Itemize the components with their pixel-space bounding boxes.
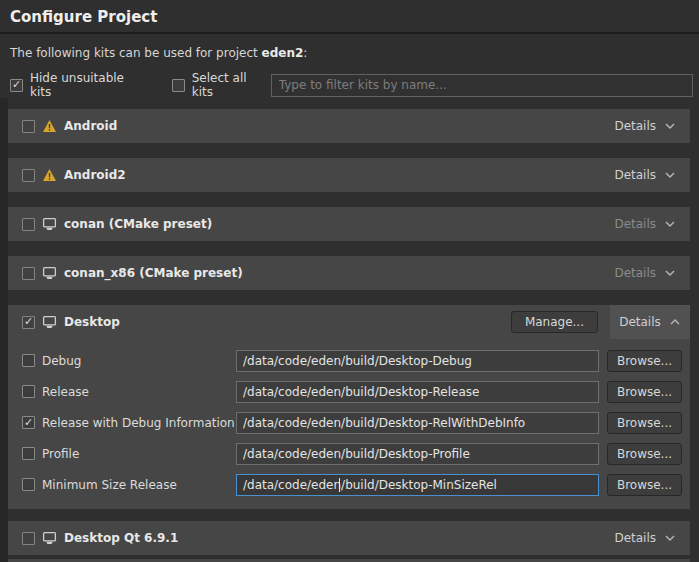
chevron-down-icon <box>664 220 676 228</box>
browse-button[interactable]: Browse... <box>607 474 682 496</box>
path-field-wrap <box>236 443 599 465</box>
chevron-down-icon <box>664 534 676 542</box>
browse-button[interactable]: Browse... <box>607 412 682 434</box>
scroll-area-gutter <box>0 98 8 562</box>
kit-name: conan_x86 (CMake preset) <box>64 266 243 280</box>
config-label: Debug <box>42 354 236 368</box>
details-toggle[interactable]: Details <box>610 305 690 339</box>
config-checkbox[interactable]: ✓ <box>22 416 35 429</box>
select-all-kits-option[interactable]: Select all kits <box>172 71 271 99</box>
build-dir-input-focused[interactable] <box>236 474 599 496</box>
kit-checkbox[interactable] <box>22 267 35 280</box>
config-checkbox[interactable] <box>22 447 35 460</box>
build-dir-input[interactable] <box>236 412 599 434</box>
kit-row-desktop: ✓ Desktop Manage... Details <box>8 305 690 339</box>
details-toggle[interactable]: Details <box>614 256 690 290</box>
details-label: Details <box>614 531 656 545</box>
details-toggle[interactable]: Details <box>614 109 690 143</box>
project-name: eden2 <box>262 46 304 60</box>
build-config-list: Debug Browse... Release Browse... ✓ Rele… <box>8 339 690 500</box>
config-checkbox[interactable] <box>22 354 35 367</box>
select-all-checkbox[interactable] <box>172 79 185 92</box>
config-checkbox[interactable] <box>22 385 35 398</box>
build-config-row-minsizerel: Minimum Size Release Browse... <box>8 469 690 500</box>
chevron-down-icon <box>664 171 676 179</box>
path-field-wrap <box>236 412 599 434</box>
filter-kits-input[interactable] <box>271 74 693 97</box>
subtitle-prefix: The following kits can be used for proje… <box>10 46 262 60</box>
browse-button[interactable]: Browse... <box>607 350 682 372</box>
check-icon: ✓ <box>12 79 21 90</box>
details-label: Details <box>614 168 656 182</box>
manage-kits-button[interactable]: Manage... <box>511 311 598 333</box>
config-label: Minimum Size Release <box>42 478 236 492</box>
config-checkbox[interactable] <box>22 478 35 491</box>
page-title: Configure Project <box>0 0 699 34</box>
kit-name: Android2 <box>64 168 126 182</box>
hide-unsuitable-label: Hide unsuitable kits <box>30 71 148 99</box>
warning-icon <box>42 119 57 133</box>
details-toggle[interactable]: Details <box>614 207 690 241</box>
hide-unsuitable-kits-option[interactable]: ✓ Hide unsuitable kits <box>10 71 148 99</box>
check-icon: ✓ <box>24 417 33 428</box>
kit-row-android: Android Details <box>8 109 690 143</box>
kits-info-text: The following kits can be used for proje… <box>10 46 689 61</box>
config-label: Profile <box>42 447 236 461</box>
text-cursor <box>339 478 340 492</box>
path-field-wrap <box>236 474 599 496</box>
kit-checkbox[interactable] <box>22 169 35 182</box>
select-all-label: Select all kits <box>192 71 271 99</box>
desktop-icon <box>42 266 57 280</box>
kit-name: Android <box>64 119 117 133</box>
kit-row-conan: conan (CMake preset) Details <box>8 207 690 241</box>
kit-checkbox[interactable] <box>22 120 35 133</box>
desktop-icon <box>42 315 57 329</box>
details-label: Details <box>614 266 656 280</box>
details-toggle[interactable]: Details <box>614 521 690 555</box>
config-label: Release with Debug Information <box>42 416 236 430</box>
kit-row-desktop-qt: Desktop Qt 6.9.1 Details <box>8 521 690 555</box>
details-label: Details <box>614 119 656 133</box>
chevron-up-icon <box>669 318 681 326</box>
kit-group-desktop: ✓ Desktop Manage... Details Debug Browse… <box>8 305 690 509</box>
build-dir-input[interactable] <box>236 350 599 372</box>
kit-checkbox[interactable]: ✓ <box>22 316 35 329</box>
kit-row-conan-x86: conan_x86 (CMake preset) Details <box>8 256 690 290</box>
kit-checkbox[interactable] <box>22 218 35 231</box>
build-config-row-debug: Debug Browse... <box>8 345 690 376</box>
kit-row-android2: Android2 Details <box>8 158 690 192</box>
build-dir-input[interactable] <box>236 443 599 465</box>
warning-icon <box>42 168 57 182</box>
desktop-icon <box>42 217 57 231</box>
chevron-down-icon <box>664 269 676 277</box>
kits-toolbar: ✓ Hide unsuitable kits Select all kits <box>10 73 693 97</box>
hide-unsuitable-checkbox[interactable]: ✓ <box>10 79 23 92</box>
check-icon: ✓ <box>24 316 33 327</box>
kit-name: Desktop <box>64 315 120 329</box>
build-dir-input[interactable] <box>236 381 599 403</box>
config-label: Release <box>42 385 236 399</box>
details-toggle[interactable]: Details <box>614 158 690 192</box>
build-config-row-profile: Profile Browse... <box>8 438 690 469</box>
kit-name: Desktop Qt 6.9.1 <box>64 531 178 545</box>
browse-button[interactable]: Browse... <box>607 443 682 465</box>
browse-button[interactable]: Browse... <box>607 381 682 403</box>
desktop-icon <box>42 531 57 545</box>
kit-list: Android Details Android2 Details conan (… <box>0 109 699 562</box>
path-field-wrap <box>236 350 599 372</box>
kit-checkbox[interactable] <box>22 532 35 545</box>
subtitle-suffix: : <box>303 46 307 60</box>
chevron-down-icon <box>664 122 676 130</box>
kit-name: conan (CMake preset) <box>64 217 212 231</box>
details-label: Details <box>614 217 656 231</box>
build-config-row-release: Release Browse... <box>8 376 690 407</box>
path-field-wrap <box>236 381 599 403</box>
build-config-row-relwithdebinfo: ✓ Release with Debug Information Browse.… <box>8 407 690 438</box>
details-label: Details <box>619 315 661 329</box>
